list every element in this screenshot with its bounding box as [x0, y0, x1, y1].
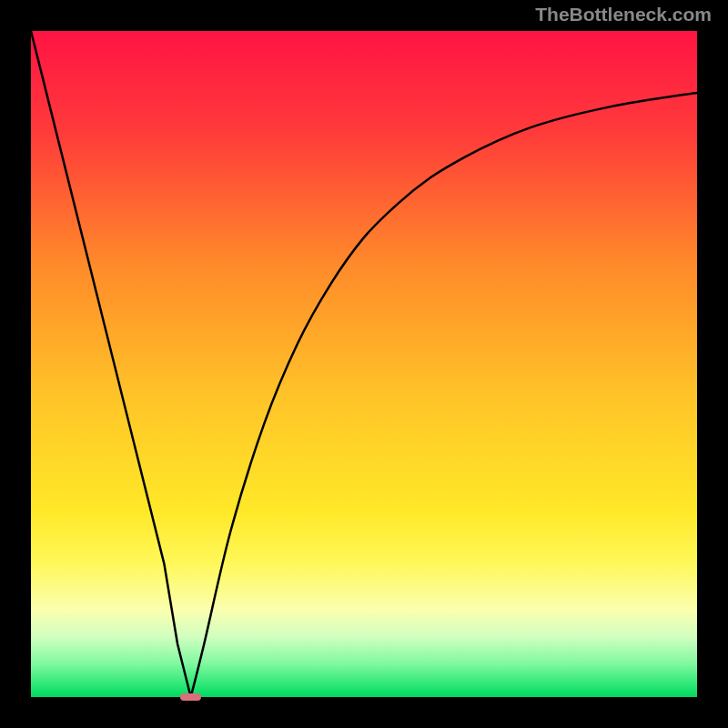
watermark-text: TheBottleneck.com — [535, 4, 712, 25]
plot-area — [31, 31, 697, 697]
minimum-marker — [180, 693, 201, 702]
bottleneck-curve — [31, 31, 697, 697]
chart-outer-frame: TheBottleneck.com — [0, 0, 728, 728]
